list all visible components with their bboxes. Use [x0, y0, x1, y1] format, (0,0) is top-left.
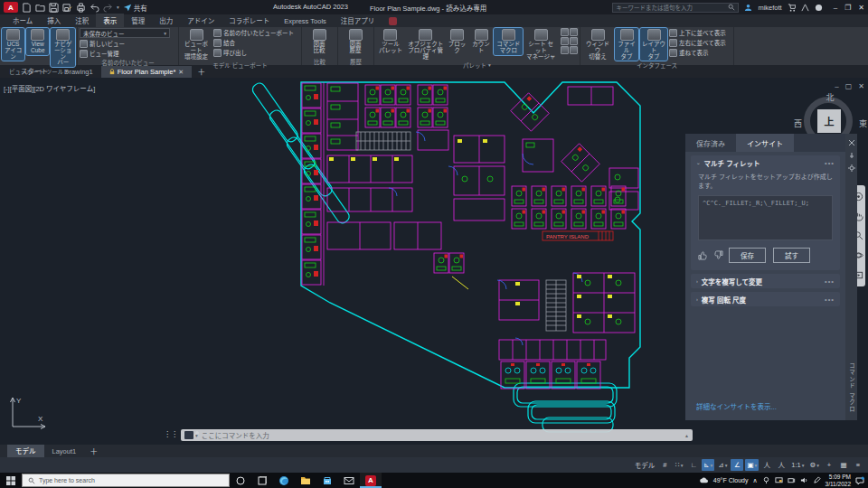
command-macros-button[interactable]: コマンド マクロ — [494, 28, 523, 55]
try-macro-button[interactable]: 試す — [773, 248, 810, 263]
layout-tabs-toggle-button[interactable]: レイアウト タブ — [640, 28, 667, 61]
restore-viewports-button[interactable]: 呼び出し — [213, 48, 294, 57]
weather-label[interactable]: 49°F Cloudy — [713, 477, 749, 483]
expand-icon[interactable]: › — [696, 278, 698, 284]
tab-addins[interactable]: アドイン — [180, 14, 222, 27]
file-tab-drawing1[interactable]: Drawing1 — [56, 66, 101, 78]
tab-home[interactable]: ホーム — [5, 14, 40, 27]
command-icon[interactable] — [184, 431, 193, 439]
annotation-autoscale-toggle[interactable]: 人 — [775, 459, 788, 471]
plot-icon[interactable] — [76, 3, 86, 13]
switch-windows-button[interactable]: ウィンドウ 切替え — [582, 28, 613, 61]
reference-manager-icon[interactable] — [570, 28, 578, 36]
more-options-icon[interactable]: ••• — [825, 277, 835, 286]
viewport-controls-label[interactable]: [-][平面図][2D ワイヤフレーム] — [4, 83, 95, 93]
taskbar-clock[interactable]: 5:09 PM 3/11/2022 — [826, 474, 851, 487]
navigation-bar-button[interactable]: ナビゲーション バー — [51, 28, 75, 67]
open-file-icon[interactable] — [35, 3, 45, 13]
floor-plan-drawing[interactable]: PANTRY ISLAND — [244, 80, 692, 434]
tile-horizontally-button[interactable]: 上下に並べて表示 — [669, 28, 726, 37]
viewcube-top-face[interactable]: 上 — [817, 109, 841, 133]
named-viewports-button[interactable]: 名前の付いたビューポート — [213, 28, 294, 37]
file-tab-start[interactable]: スタート — [13, 64, 56, 78]
undo-icon[interactable] — [90, 3, 99, 13]
hardware-acceleration-toggle[interactable]: ▦ — [837, 459, 850, 471]
compass-east-label[interactable]: 東 — [859, 117, 867, 129]
autodesk-app-icon[interactable] — [801, 4, 809, 12]
palette-settings-icon[interactable] — [848, 164, 855, 172]
tab-saved[interactable]: 保存済み — [685, 134, 736, 152]
macro-code[interactable]: ^C^C._FILLET;_R;\_FILLET;_U; — [698, 195, 833, 240]
start-button[interactable] — [0, 473, 22, 488]
network-icon[interactable] — [788, 476, 796, 484]
cortana-button[interactable] — [230, 473, 251, 488]
grid-toggle[interactable]: # — [658, 459, 671, 471]
auto-hide-icon[interactable] — [848, 152, 855, 159]
model-tab[interactable]: モデル — [7, 444, 44, 457]
task-view-button[interactable] — [251, 473, 273, 488]
share-button[interactable]: 共有 — [123, 3, 147, 13]
edge-button[interactable] — [273, 473, 295, 488]
tab-featured-apps[interactable]: 注目アプリ — [334, 14, 382, 27]
display-icon[interactable] — [775, 476, 783, 484]
model-space-toggle[interactable]: モデル — [633, 459, 657, 471]
tile-vertically-button[interactable]: 左右に並べて表示 — [669, 38, 726, 47]
cascade-button[interactable]: 重ねて表示 — [669, 48, 726, 57]
panel-title[interactable]: 比較 — [304, 57, 335, 65]
object-snap-toggle[interactable]: ▣▾ — [745, 459, 759, 471]
ucs-icon-button[interactable]: UCS アイコン — [2, 28, 24, 61]
drawing-history-button[interactable]: 図面 履歴 — [340, 28, 371, 55]
palette-vertical-title[interactable]: コマンド マクロ — [847, 362, 856, 412]
panel-title[interactable]: 履歴 — [340, 57, 372, 65]
panel-title[interactable]: パレット▾ — [376, 61, 578, 69]
polar-tracking-toggle[interactable]: ⊾▾ — [702, 459, 714, 471]
mail-button[interactable] — [338, 473, 360, 488]
cart-icon[interactable] — [788, 4, 796, 12]
tab-insert[interactable]: 挿入 — [40, 14, 68, 27]
calculator-icon[interactable] — [570, 37, 578, 45]
more-options-icon[interactable]: ••• — [825, 296, 835, 304]
customize-statusbar-button[interactable]: ≡ — [852, 459, 864, 471]
save-icon[interactable] — [49, 3, 59, 13]
taskbar-search-input[interactable]: Type here to search — [22, 474, 230, 487]
sheet-set-manager-button[interactable]: シート セット マネージャ — [524, 28, 557, 61]
trace-icon[interactable] — [561, 46, 569, 54]
help-search-input[interactable]: キーワードまたは語句を入力 — [612, 3, 739, 13]
onedrive-icon[interactable] — [762, 476, 770, 484]
grip-icon[interactable]: ⋮⋮ — [164, 430, 178, 438]
autocad-logo-icon[interactable]: A — [4, 2, 18, 13]
command-expand-icon[interactable]: ▲ — [684, 433, 689, 438]
pen-icon[interactable] — [813, 476, 821, 484]
file-tabs-toggle-button[interactable]: ファイル タブ — [615, 28, 638, 61]
save-as-icon[interactable] — [62, 3, 72, 13]
tab-view[interactable]: 表示 — [96, 14, 124, 27]
ortho-toggle[interactable]: ∟ — [687, 459, 700, 471]
tab-output[interactable]: 出力 — [152, 14, 180, 27]
more-insights-link[interactable]: 詳細なインサイトを表示... — [696, 401, 777, 411]
tab-insights[interactable]: インサイト — [736, 134, 794, 152]
panel-title[interactable]: 名前の付いたビュー — [80, 58, 176, 66]
view-manager-button[interactable]: ビュー管理 — [80, 49, 170, 58]
workspace-switching-button[interactable]: ⚙▾ — [808, 459, 822, 471]
layout1-tab[interactable]: Layout1 — [44, 446, 85, 457]
doc-close-icon[interactable]: ✕ — [858, 82, 864, 90]
help-icon[interactable] — [815, 4, 823, 12]
more-options-icon[interactable]: ••• — [825, 159, 835, 167]
microsoft-store-button[interactable] — [316, 473, 338, 488]
new-file-icon[interactable] — [22, 3, 32, 13]
snap-toggle[interactable]: ∷▾ — [673, 459, 685, 471]
restore-button[interactable]: ❐ — [844, 4, 851, 12]
tab-collaborate[interactable]: コラボレート — [222, 14, 277, 27]
tool-palettes-button[interactable]: ツール パレット — [376, 28, 405, 55]
palette-close-icon[interactable] — [848, 139, 855, 146]
search-icon[interactable] — [728, 4, 735, 11]
compass-north-label[interactable]: 北 — [826, 91, 834, 103]
close-tab-icon[interactable]: ✕ — [178, 69, 184, 76]
isometric-drafting-toggle[interactable]: ⊿▾ — [716, 459, 729, 471]
new-layout-button[interactable]: ＋ — [90, 446, 98, 457]
volume-icon[interactable] — [800, 476, 808, 484]
tray-chevron-icon[interactable]: ∧ — [752, 477, 757, 484]
compass-west-label[interactable]: 西 — [794, 117, 802, 129]
properties-button[interactable]: オブジェクト プロパティ管理 — [407, 28, 444, 61]
tab-manage[interactable]: 管理 — [124, 14, 152, 27]
